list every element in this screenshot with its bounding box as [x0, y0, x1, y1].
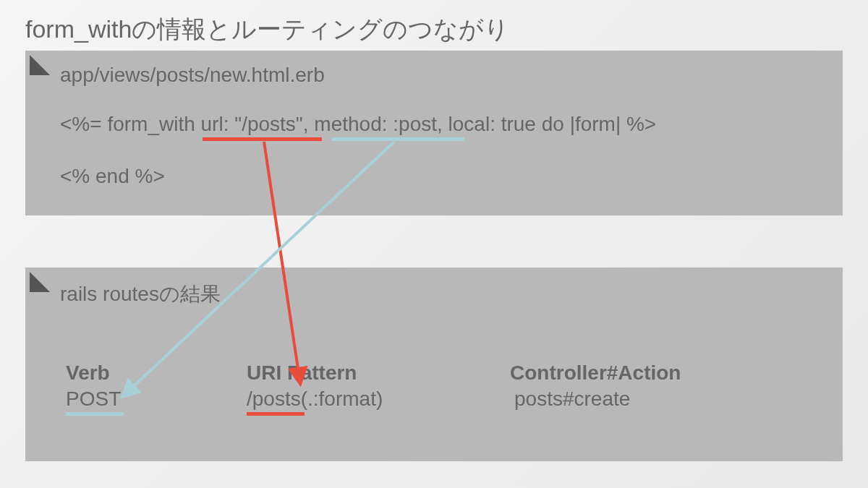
routes-verb: POST: [66, 388, 121, 411]
underline-url-posts: [203, 137, 322, 141]
code-line-1: <%= form_with url: "/posts", method: :po…: [60, 113, 656, 136]
file-path-label: app/views/posts/new.html.erb: [60, 64, 325, 87]
routes-action: posts#create: [514, 388, 630, 411]
routes-header-uri: URI Pattern: [247, 361, 357, 385]
panel-marker-icon: [30, 55, 50, 75]
underline-verb-post: [66, 412, 124, 416]
routes-header-verb: Verb: [66, 361, 110, 385]
panel-marker-icon: [30, 272, 50, 292]
underline-method-post: [332, 137, 464, 141]
routes-label: rails routesの結果: [60, 281, 221, 308]
code-panel: app/views/posts/new.html.erb <%= form_wi…: [25, 51, 843, 215]
slide-title: form_withの情報とルーティングのつながり: [25, 13, 509, 46]
code-line-2: <% end %>: [60, 165, 165, 188]
routes-header-action: Controller#Action: [510, 361, 681, 385]
slide: form_withの情報とルーティングのつながり app/views/posts…: [0, 0, 868, 488]
routes-panel: rails routesの結果 Verb URI Pattern Control…: [25, 267, 843, 461]
underline-uri-posts: [247, 412, 305, 416]
routes-uri: /posts(.:format): [247, 388, 383, 411]
